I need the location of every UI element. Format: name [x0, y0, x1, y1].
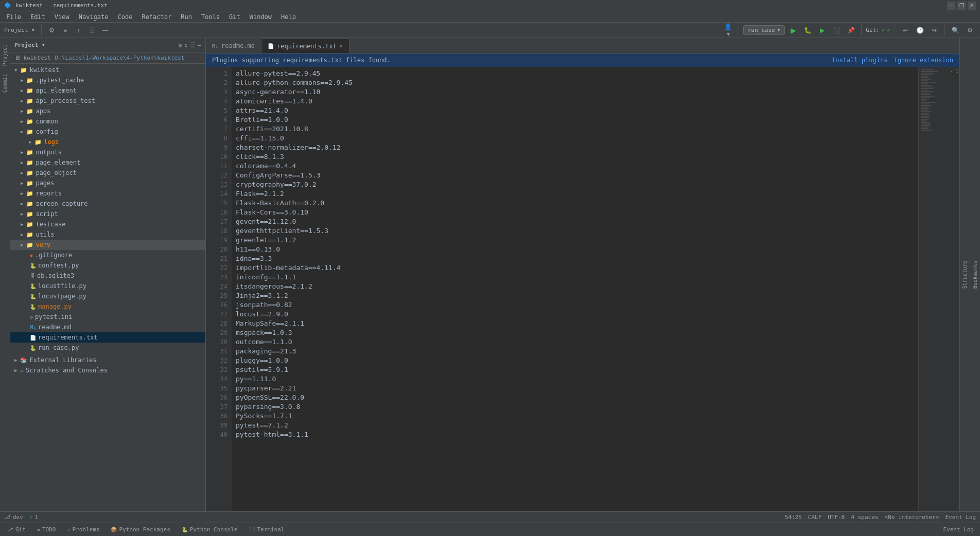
- code-line-3: async-generator==1.10: [236, 87, 914, 97]
- menu-window[interactable]: Window: [246, 12, 276, 22]
- status-encoding[interactable]: UTF-8: [828, 514, 845, 521]
- tree-item-conftest[interactable]: 🐍 conftest.py: [10, 260, 205, 271]
- tree-item-outputs[interactable]: ▶ 📁 outputs: [10, 147, 205, 157]
- close-button[interactable]: ✕: [968, 2, 976, 10]
- toolbar-undo-btn[interactable]: ↩: [899, 24, 912, 37]
- tree-item-readme[interactable]: M↓ readme.md: [10, 322, 205, 332]
- structure-label[interactable]: Structure: [962, 261, 968, 289]
- maximize-button[interactable]: ❐: [957, 2, 966, 10]
- run-button[interactable]: ▶: [787, 24, 799, 37]
- tree-item-pages[interactable]: ▶ 📁 pages: [10, 178, 205, 188]
- user-btn[interactable]: 👤 ▾: [722, 24, 734, 37]
- tree-item-venv[interactable]: ▶ 📁 venv: [10, 240, 205, 250]
- toolbar-settings-btn[interactable]: ⚙: [46, 24, 58, 37]
- run-with-coverage-btn[interactable]: ▶: [816, 24, 828, 37]
- tree-item-locustfile[interactable]: 🐍 locustfile.py: [10, 281, 205, 291]
- status-interpreter[interactable]: <No interpreter>: [884, 514, 939, 521]
- menu-git[interactable]: Git: [225, 12, 244, 22]
- code-editor[interactable]: 1234567891011121314151617181920212223242…: [206, 67, 959, 511]
- toolbar-menu-btn[interactable]: ☰: [86, 24, 98, 37]
- tab-readme[interactable]: M↓ readme.md: [206, 39, 261, 53]
- tree-item-testcase[interactable]: ▶ 📁 testcase: [10, 219, 205, 229]
- project-panel-title[interactable]: Project ▾: [14, 42, 45, 48]
- tree-item-dbsqlite[interactable]: 🗄 db.sqlite3: [10, 271, 205, 281]
- menu-help[interactable]: Help: [277, 12, 300, 22]
- debug-button[interactable]: 🐛: [801, 24, 814, 37]
- toolbar-clock-btn[interactable]: 🕐: [914, 24, 926, 37]
- menu-edit[interactable]: Edit: [26, 12, 49, 22]
- status-event-log[interactable]: Event Log: [945, 514, 976, 521]
- toolbar-separator-5: [944, 25, 945, 35]
- toolbar-search-btn[interactable]: 🔍: [949, 24, 961, 37]
- toolbar-redo-btn[interactable]: ↪: [928, 24, 940, 37]
- toolbar-sort-btn[interactable]: ↕: [73, 24, 85, 37]
- bookmarks-panel[interactable]: Bookmarks: [970, 38, 980, 511]
- menu-navigate[interactable]: Navigate: [75, 12, 113, 22]
- structure-panel[interactable]: Structure: [959, 38, 970, 511]
- sidebar-tab-commit[interactable]: Commit: [1, 70, 9, 97]
- tree-item-manage[interactable]: 🐍 manage.py: [10, 301, 205, 312]
- tree-item-pytest-ini[interactable]: ⚙ pytest.ini: [10, 312, 205, 322]
- toolbar-list-btn[interactable]: ≡: [59, 24, 72, 37]
- code-line-36: pyOpenSSL==22.0.0: [236, 393, 914, 402]
- tree-item-screen-capture[interactable]: ▶ 📁 screen_capture: [10, 199, 205, 209]
- status-line-ending[interactable]: CRLF: [808, 514, 822, 521]
- status-indent[interactable]: 4 spaces: [851, 514, 878, 521]
- tree-item-external-libraries[interactable]: ▶ 📚 External Libraries: [10, 355, 205, 365]
- event-log-bottom[interactable]: Event Log: [939, 525, 978, 534]
- bottom-tab-todo[interactable]: ≡ TODO: [32, 524, 61, 535]
- sidebar-tab-project[interactable]: Project: [1, 40, 9, 70]
- stop-button[interactable]: ⬛: [830, 24, 843, 37]
- menu-code[interactable]: Code: [114, 12, 137, 22]
- menu-run[interactable]: Run: [177, 12, 196, 22]
- tree-item-page-element[interactable]: ▶ 📁 page_element: [10, 157, 205, 168]
- tab-requirements[interactable]: 📄 requirements.txt ✕: [261, 39, 349, 53]
- menu-view[interactable]: View: [50, 12, 74, 22]
- tree-item-api-process-test[interactable]: ▶ 📁 api_process_test: [10, 96, 205, 106]
- tree-item-reports[interactable]: ▶ 📁 reports: [10, 188, 205, 199]
- status-line-col[interactable]: 54:25: [785, 514, 802, 521]
- tree-item-locustpage[interactable]: 🐍 locustpage.py: [10, 291, 205, 301]
- tree-item-gitignore[interactable]: ◆ .gitignore: [10, 250, 205, 260]
- menu-file[interactable]: File: [2, 12, 25, 22]
- bottom-tab-terminal[interactable]: ⬛ Terminal: [243, 524, 289, 535]
- tab-requirements-close[interactable]: ✕: [340, 43, 343, 49]
- minimize-button[interactable]: —: [947, 2, 955, 10]
- project-gear-icon[interactable]: ☰: [190, 42, 196, 49]
- bottom-tab-python-packages[interactable]: 📦 Python Packages: [106, 524, 175, 535]
- tree-item-common[interactable]: ▶ 📁 common: [10, 116, 205, 127]
- tree-item-pytest-cache[interactable]: ▶ 📁 .pytest_cache: [10, 75, 205, 85]
- bottom-tab-git[interactable]: ⎇ Git: [2, 524, 31, 535]
- toolbar-gear-btn[interactable]: ⚙: [964, 24, 976, 37]
- tree-item-kwiktest[interactable]: ▼ 📁 kwiktest: [10, 65, 205, 75]
- tree-item-apps[interactable]: ▶ 📁 apps: [10, 106, 205, 116]
- bottom-tab-problems[interactable]: ⚠ Problems: [62, 524, 104, 535]
- tree-item-api-element[interactable]: ▶ 📁 api_element: [10, 85, 205, 96]
- toolbar-pin-btn[interactable]: 📌: [845, 24, 857, 37]
- tree-item-utils[interactable]: ▶ 📁 utils: [10, 229, 205, 240]
- tree-item-page-object[interactable]: ▶ 📁 page_object: [10, 168, 205, 178]
- code-line-21: idna==3.3: [236, 254, 914, 263]
- status-checkmark[interactable]: ✓ 1: [29, 514, 38, 521]
- bottom-tab-python-console[interactable]: 🐍 Python Console: [177, 524, 243, 535]
- project-settings-icon[interactable]: ⚙: [178, 42, 182, 49]
- project-collapse-icon[interactable]: —: [198, 42, 201, 49]
- project-dropdown[interactable]: Project ▾: [4, 27, 35, 33]
- minimap-line: [921, 106, 929, 108]
- install-plugins-link[interactable]: Install plugins: [832, 57, 887, 64]
- toolbar-collapse-btn[interactable]: —: [99, 24, 112, 37]
- tree-item-config[interactable]: ▶ 📁 config: [10, 127, 205, 137]
- menu-refactor[interactable]: Refactor: [137, 12, 176, 22]
- code-content[interactable]: allure-pytest==2.9.45allure-python-commo…: [232, 67, 918, 511]
- project-expand-icon[interactable]: ↕: [184, 42, 188, 49]
- tree-item-run-case[interactable]: 🐍 run_case.py: [10, 343, 205, 353]
- bookmarks-label[interactable]: Bookmarks: [972, 261, 978, 289]
- menu-tools[interactable]: Tools: [197, 12, 224, 22]
- ignore-extension-link[interactable]: Ignore extension: [894, 57, 953, 64]
- run-config-dropdown[interactable]: run_case ▾: [743, 25, 785, 35]
- status-git-branch[interactable]: ⎇ dev: [4, 514, 23, 521]
- tree-item-logs[interactable]: ▶ 📁 logs: [10, 137, 205, 147]
- tree-item-scratches[interactable]: ▶ ✏ Scratches and Consoles: [10, 365, 205, 376]
- tree-item-script[interactable]: ▶ 📁 script: [10, 209, 205, 219]
- tree-item-requirements[interactable]: 📄 requirements.txt: [10, 332, 205, 343]
